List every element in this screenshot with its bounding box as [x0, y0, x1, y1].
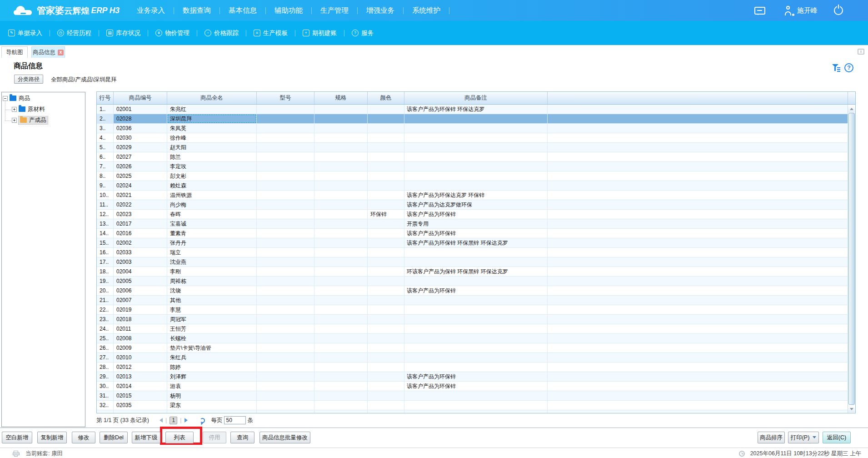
button-新增下级[interactable]: 新增下级 — [132, 432, 160, 443]
nav-item-6[interactable]: 增强业务 — [358, 6, 403, 15]
column-header-行号[interactable]: 行号 — [97, 92, 114, 104]
prev-page-icon[interactable] — [157, 418, 163, 423]
nav-item-7[interactable]: 系统维护 — [404, 6, 449, 15]
column-header-型号[interactable]: 型号 — [257, 92, 314, 104]
table-row[interactable]: 16..02033瑞立 — [97, 248, 855, 257]
expand-icon[interactable] — [12, 118, 17, 123]
table-row[interactable]: 15..02002张丹丹该客户产品为环保锌 环保黑锌 环保达克罗 — [97, 238, 855, 248]
table-row[interactable]: 12..02023春晖环保锌该客户产品为环保锌 — [97, 210, 855, 219]
table-row[interactable]: 5..02029赵天阳 — [97, 143, 855, 152]
table-row[interactable]: 22..02019李慧 — [97, 305, 855, 315]
toolbar-item-6[interactable]: ≡生产模板 — [254, 29, 288, 37]
table-row[interactable]: 14..02016董素青该客户产品为环保锌 — [97, 229, 855, 238]
cell-color — [368, 362, 404, 372]
table-row[interactable]: 18..02004李刚环该客户产品为保锌 环保黑锌 环保达克罗 — [97, 267, 855, 277]
tree-node-原材料[interactable]: 原材料 — [12, 106, 45, 113]
table-row[interactable]: 25..02008长螺栓 — [97, 334, 855, 343]
table-row[interactable]: 19..02005周裕栋 — [97, 277, 855, 286]
toolbar-item-7[interactable]: +期初建账 — [303, 29, 337, 37]
column-header-商品编号[interactable]: 商品编号 — [114, 92, 167, 104]
current-page-button[interactable]: 1 — [170, 417, 177, 424]
category-path-button[interactable]: 分类路径 — [14, 75, 43, 84]
toolbar-item-1[interactable]: ✎单据录入 — [8, 29, 42, 37]
button-删除Del[interactable]: 删除Del — [100, 432, 128, 443]
tree-node-商品[interactable]: 商品 — [3, 95, 30, 102]
button-商品排序[interactable]: 商品排序 — [758, 432, 785, 443]
table-row[interactable]: 10..02021温州铁源该客户产品为环保达克罗 环保锌 — [97, 191, 855, 200]
table-row[interactable]: 11..02022尚少梅该客户产品为达克罗做环保 — [97, 200, 855, 210]
table-row[interactable]: 27..02010朱红兵 — [97, 353, 855, 362]
column-header-empty[interactable] — [548, 92, 848, 104]
filter-icon[interactable] — [832, 64, 840, 72]
toolbar-item-2[interactable]: ◷经营历程 — [57, 29, 91, 37]
expand-icon[interactable] — [12, 107, 17, 112]
next-page-icon[interactable] — [185, 418, 190, 423]
cell-color — [368, 334, 404, 343]
toolbar-item-5[interactable]: ◦价格跟踪 — [205, 29, 239, 37]
button-停用[interactable]: 停用 — [203, 432, 226, 443]
user-icon[interactable] — [785, 6, 793, 15]
table-row[interactable]: 32..02035梁东 — [97, 401, 855, 410]
nav-item-5[interactable]: 生产管理 — [312, 6, 357, 15]
button-查询[interactable]: 查询 — [230, 432, 254, 443]
button-修改[interactable]: 修改 — [72, 432, 95, 443]
button-空白新增[interactable]: 空白新增 — [2, 432, 32, 443]
column-header-商品全名[interactable]: 商品全名 — [167, 92, 257, 104]
toolbar-item-3[interactable]: ▤库存状况 — [106, 29, 140, 37]
cell-empty — [548, 315, 848, 324]
nav-item-4[interactable]: 辅助功能 — [266, 6, 311, 15]
scrollbar-thumb[interactable] — [848, 113, 855, 405]
toolbar-item-4[interactable]: ¥物价管理 — [155, 29, 190, 37]
nav-item-1[interactable]: 业务录入 — [128, 6, 174, 15]
close-all-tabs-icon[interactable]: x — [858, 49, 864, 55]
table-row[interactable]: 20..02006沈饶该客户产品为环保锌 — [97, 286, 855, 296]
cell-remark: 该客户产品为环保锌 — [404, 286, 548, 295]
column-header-empty[interactable] — [848, 92, 855, 104]
table-row[interactable]: 6..02027陈兰 — [97, 152, 855, 162]
help-icon[interactable]: ? — [844, 63, 853, 72]
table-row[interactable]: 1..02001朱兆红该客户产品为环保锌 环保达克罗 — [97, 105, 855, 114]
table-row[interactable]: 4..02030徐作峰 — [97, 133, 855, 143]
button-打印(P)[interactable]: 打印(P) — [788, 432, 819, 443]
button-复制新增[interactable]: 复制新增 — [37, 432, 67, 443]
table-row[interactable]: 17..02003沈业燕 — [97, 257, 855, 267]
cell-empty — [548, 152, 848, 161]
table-row[interactable]: 7..02026李定玫 — [97, 162, 855, 171]
nav-item-2[interactable]: 数据查询 — [174, 6, 219, 15]
tree-node-产成品[interactable]: 产成品 — [12, 116, 48, 124]
table-row[interactable]: 21..02007其他 — [97, 296, 855, 305]
table-row[interactable]: 26..02009垫片\卡簧\导油管 — [97, 343, 855, 353]
table-row[interactable]: 30..02014游袁该客户产品为环保锌 — [97, 382, 855, 391]
table-row[interactable]: 28..02012陈婷 — [97, 362, 855, 372]
table-row[interactable]: 29..02013刘泽辉该客户产品为环保锌 — [97, 372, 855, 382]
tab-product-info[interactable]: 商品信息 x — [31, 46, 65, 58]
table-row[interactable] — [97, 410, 855, 413]
power-icon[interactable] — [834, 6, 843, 15]
column-header-规格[interactable]: 规格 — [314, 92, 368, 104]
nav-item-3[interactable]: 基本信息 — [220, 6, 265, 15]
table-row[interactable]: 9..02024赖灶森 — [97, 181, 855, 191]
table-row[interactable]: 3..02036朱凤英 — [97, 124, 855, 133]
table-row[interactable]: 24..02011王恒芳 — [97, 324, 855, 334]
close-tab-icon[interactable]: x — [58, 50, 64, 55]
toolbar-item-8[interactable]: ?服务 — [352, 29, 374, 37]
button-商品信息批量修改[interactable]: 商品信息批量修改 — [259, 432, 310, 443]
scroll-down-icon[interactable] — [848, 405, 855, 413]
collapse-icon[interactable] — [3, 96, 8, 101]
refresh-icon[interactable] — [200, 418, 205, 423]
table-row[interactable]: 13..02017宝嘉诚开票专用 — [97, 219, 855, 229]
table-row[interactable]: 2..02028深圳昆拜 — [97, 114, 855, 124]
column-header-商品备注[interactable]: 商品备注 — [404, 92, 548, 104]
table-row[interactable]: 8..02025彭文彬 — [97, 171, 855, 181]
user-name[interactable]: 施开峰 — [797, 6, 818, 15]
scroll-up-icon[interactable] — [848, 105, 855, 112]
column-header-颜色[interactable]: 颜色 — [368, 92, 404, 104]
button-返回(C)[interactable]: 返回(C) — [823, 432, 851, 443]
page-size-input[interactable] — [224, 416, 246, 424]
table-row[interactable]: 31..02015杨明 — [97, 391, 855, 401]
vertical-scrollbar[interactable] — [848, 105, 855, 413]
button-列表[interactable]: 列表 — [165, 432, 194, 443]
table-row[interactable]: 23..02018周冠军 — [97, 315, 855, 324]
message-icon[interactable] — [754, 7, 765, 15]
tab-navigation[interactable]: 导航图 — [1, 46, 28, 58]
